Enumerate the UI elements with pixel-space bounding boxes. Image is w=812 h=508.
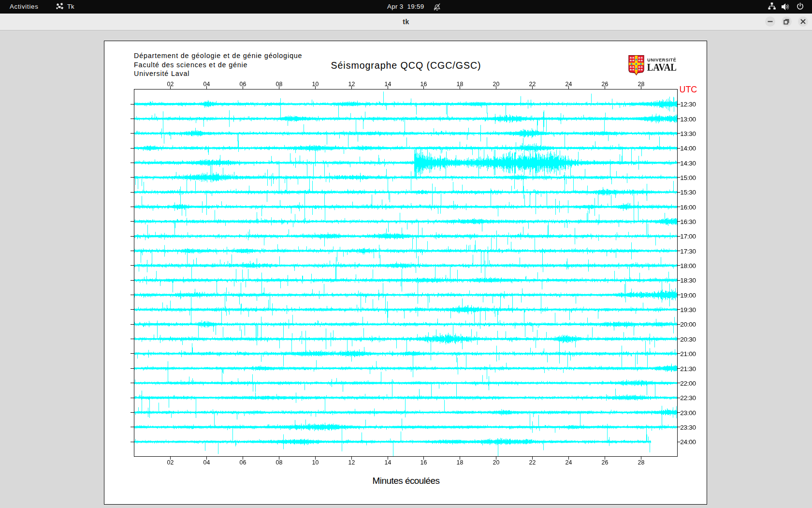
svg-text:28: 28 [638,81,645,88]
svg-text:22: 22 [529,81,536,88]
svg-text:18:00: 18:00 [680,262,696,269]
svg-text:21:00: 21:00 [680,350,696,358]
svg-text:20:00: 20:00 [680,321,696,328]
svg-text:LAVAL: LAVAL [647,61,677,73]
svg-text:06: 06 [240,459,246,466]
svg-text:24: 24 [566,81,572,88]
svg-text:16:30: 16:30 [680,218,696,225]
svg-text:12: 12 [348,459,355,466]
svg-text:16:00: 16:00 [680,204,696,211]
svg-text:06: 06 [240,81,246,88]
svg-text:19:30: 19:30 [680,306,696,314]
svg-text:04: 04 [203,81,210,88]
svg-text:21:30: 21:30 [680,365,696,373]
svg-text:10: 10 [312,81,319,88]
svg-text:14: 14 [385,81,392,88]
svg-text:13:30: 13:30 [680,130,696,137]
svg-text:02: 02 [167,81,174,88]
svg-text:08: 08 [276,81,283,88]
svg-text:17:00: 17:00 [680,233,696,240]
svg-text:26: 26 [602,81,609,88]
svg-text:04: 04 [203,459,210,466]
svg-text:12:30: 12:30 [680,101,696,108]
svg-text:20: 20 [493,81,500,88]
svg-text:22: 22 [529,459,536,466]
svg-text:18: 18 [457,81,464,88]
svg-text:14:30: 14:30 [680,160,696,167]
svg-text:12: 12 [348,81,355,88]
svg-text:24: 24 [566,459,572,466]
svg-text:24:00: 24:00 [680,438,696,446]
svg-text:UTC: UTC [680,85,697,94]
svg-text:16: 16 [420,81,427,88]
svg-text:22:00: 22:00 [680,380,696,387]
svg-text:22:30: 22:30 [680,394,696,402]
svg-text:13:00: 13:00 [680,116,696,123]
svg-text:23:00: 23:00 [680,409,696,417]
svg-text:14:00: 14:00 [680,145,696,152]
svg-text:26: 26 [602,459,609,466]
svg-text:19:00: 19:00 [680,292,696,299]
svg-text:18:30: 18:30 [680,277,696,284]
svg-text:10: 10 [312,459,319,466]
svg-text:20: 20 [493,459,500,466]
svg-text:28: 28 [638,459,645,466]
svg-text:15:00: 15:00 [680,174,696,181]
svg-text:23:30: 23:30 [680,424,696,431]
svg-text:08: 08 [276,459,283,466]
svg-text:20:30: 20:30 [680,336,696,343]
svg-text:16: 16 [420,459,427,466]
svg-text:17:30: 17:30 [680,248,696,255]
svg-text:15:30: 15:30 [680,189,696,196]
svg-text:02: 02 [167,459,174,466]
svg-text:14: 14 [385,459,392,466]
svg-text:18: 18 [457,459,464,466]
